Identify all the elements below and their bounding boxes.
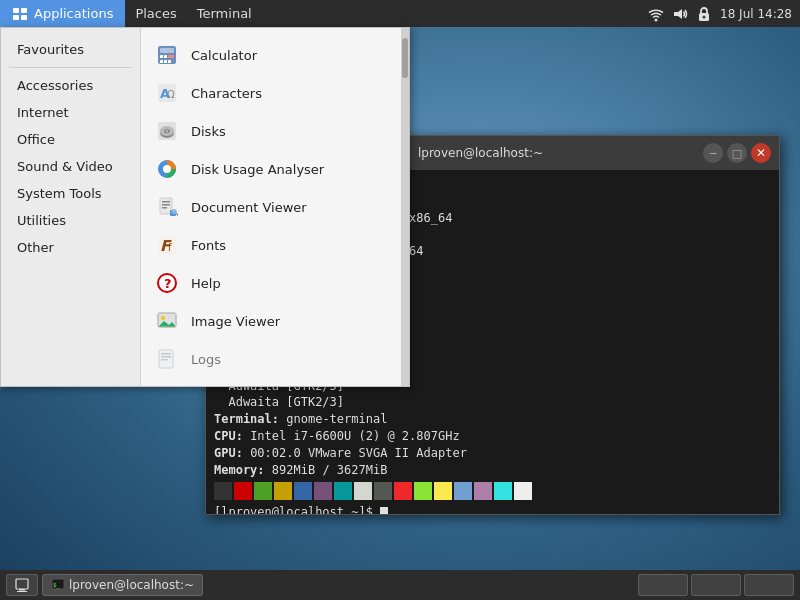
- swatch-10: [394, 482, 412, 500]
- svg-point-25: [163, 165, 171, 173]
- swatch-6: [314, 482, 332, 500]
- terminal-line-15: Terminal: gnome-terminal: [214, 411, 771, 428]
- svg-rect-2: [13, 15, 19, 20]
- disk-usage-label: Disk Usage Analyser: [191, 162, 324, 177]
- swatch-7: [334, 482, 352, 500]
- menu-category-other[interactable]: Other: [1, 234, 140, 261]
- taskbar-right-btn-2[interactable]: [691, 574, 741, 596]
- svg-rect-48: [19, 589, 25, 591]
- svg-rect-15: [168, 60, 171, 63]
- svg-rect-12: [168, 55, 174, 58]
- show-desktop-button[interactable]: [6, 574, 38, 596]
- swatch-5: [294, 482, 312, 500]
- swatch-16: [514, 482, 532, 500]
- swatch-12: [434, 482, 452, 500]
- applications-label: Applications: [34, 6, 113, 21]
- characters-icon: A Ω: [153, 79, 181, 107]
- menu-category-system-tools[interactable]: System Tools: [1, 180, 140, 207]
- logs-label: Logs: [191, 352, 221, 367]
- svg-rect-28: [162, 204, 170, 206]
- swatch-1: [214, 482, 232, 500]
- menu-separator: [9, 67, 132, 68]
- svg-rect-9: [160, 48, 174, 53]
- panel-right: 18 Jul 14:28: [648, 6, 800, 22]
- calculator-label: Calculator: [191, 48, 257, 63]
- terminal-line-16: CPU: Intel i7-6600U (2) @ 2.807GHz: [214, 428, 771, 445]
- swatch-11: [414, 482, 432, 500]
- svg-point-7: [703, 15, 706, 18]
- fonts-label: Fonts: [191, 238, 226, 253]
- menu-item-characters[interactable]: A Ω Characters: [141, 74, 401, 112]
- logs-icon: [153, 345, 181, 373]
- swatch-3: [254, 482, 272, 500]
- swatch-4: [274, 482, 292, 500]
- svg-text:Ω: Ω: [167, 89, 175, 100]
- taskbar-right-btn-1[interactable]: [638, 574, 688, 596]
- svg-rect-13: [160, 60, 163, 63]
- menu-item-help[interactable]: ? Help: [141, 264, 401, 302]
- menu-item-image-viewer[interactable]: Image Viewer: [141, 302, 401, 340]
- applications-menu-button[interactable]: Applications: [0, 0, 125, 27]
- places-menu-button[interactable]: Places: [125, 0, 186, 27]
- menu-scrollbar[interactable]: [401, 28, 409, 386]
- menu-category-accessories[interactable]: Accessories: [1, 72, 140, 99]
- terminal-maximize-button[interactable]: □: [727, 143, 747, 163]
- swatch-15: [494, 482, 512, 500]
- svg-point-23: [166, 130, 168, 132]
- menu-item-disks[interactable]: Disks: [141, 112, 401, 150]
- svg-text:?: ?: [164, 276, 172, 291]
- volume-icon[interactable]: [672, 6, 688, 22]
- terminal-line-17: GPU: 00:02.0 VMware SVGA II Adapter: [214, 445, 771, 462]
- swatch-13: [454, 482, 472, 500]
- menu-item-disk-usage[interactable]: Disk Usage Analyser: [141, 150, 401, 188]
- svg-rect-14: [164, 60, 167, 63]
- terminal-menu-button[interactable]: Terminal: [187, 0, 262, 27]
- menu-category-favourites[interactable]: Favourites: [1, 36, 140, 63]
- color-swatches: [214, 482, 771, 500]
- help-label: Help: [191, 276, 221, 291]
- menu-category-office[interactable]: Office: [1, 126, 140, 153]
- taskbar-terminal-label: lproven@localhost:~: [69, 578, 194, 592]
- menu-categories: Favourites Accessories Internet Office S…: [1, 28, 141, 386]
- terminal-prompt: [lproven@localhost ~]$: [214, 504, 771, 514]
- swatch-8: [354, 482, 372, 500]
- applications-dropdown: Favourites Accessories Internet Office S…: [0, 27, 410, 387]
- svg-rect-44: [161, 359, 168, 361]
- menu-category-internet[interactable]: Internet: [1, 99, 140, 126]
- menu-item-fonts[interactable]: F f Fonts: [141, 226, 401, 264]
- terminal-minimize-button[interactable]: ─: [703, 143, 723, 163]
- lock-icon: [696, 6, 712, 22]
- calculator-icon: [153, 41, 181, 69]
- network-icon: [648, 6, 664, 22]
- disk-usage-icon: [153, 155, 181, 183]
- terminal-close-button[interactable]: ✕: [751, 143, 771, 163]
- menu-item-calculator[interactable]: Calculator: [141, 36, 401, 74]
- svg-rect-3: [21, 15, 27, 20]
- svg-rect-29: [162, 207, 167, 209]
- taskbar-terminal-button[interactable]: $_ lproven@localhost:~: [42, 574, 203, 596]
- swatch-2: [234, 482, 252, 500]
- svg-point-4: [655, 18, 658, 21]
- menu-item-doc-viewer[interactable]: 🔍 Document Viewer: [141, 188, 401, 226]
- disks-label: Disks: [191, 124, 226, 139]
- fonts-icon: F f: [153, 231, 181, 259]
- svg-rect-11: [164, 55, 167, 58]
- svg-rect-43: [161, 356, 171, 358]
- swatch-9: [374, 482, 392, 500]
- svg-marker-5: [674, 9, 682, 19]
- svg-text:f: f: [168, 242, 172, 253]
- svg-rect-0: [13, 8, 19, 13]
- datetime: 18 Jul 14:28: [720, 7, 792, 21]
- svg-rect-27: [162, 201, 170, 203]
- svg-rect-10: [160, 55, 163, 58]
- menu-category-utilities[interactable]: Utilities: [1, 207, 140, 234]
- image-viewer-label: Image Viewer: [191, 314, 280, 329]
- svg-rect-1: [21, 8, 27, 13]
- panel-left: Applications Places Terminal: [0, 0, 262, 27]
- svg-text:$_: $_: [53, 581, 61, 589]
- menu-category-sound-video[interactable]: Sound & Video: [1, 153, 140, 180]
- terminal-line-14: Adwaita [GTK2/3]: [214, 394, 771, 411]
- menu-item-logs[interactable]: Logs: [141, 340, 401, 378]
- scrollbar-thumb[interactable]: [402, 38, 408, 78]
- taskbar-right-btn-3[interactable]: [744, 574, 794, 596]
